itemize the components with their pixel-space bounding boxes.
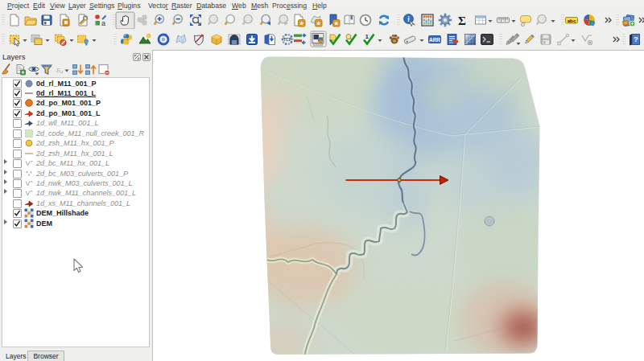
- svg-text:1: 1: [365, 33, 369, 40]
- svg-text:TCP: TCP: [283, 37, 292, 42]
- svg-text:abc: abc: [568, 18, 576, 23]
- svg-text:ARR: ARR: [429, 37, 440, 43]
- svg-text:i: i: [407, 15, 410, 23]
- svg-text:?: ?: [634, 35, 638, 43]
- svg-text:a: a: [101, 19, 105, 27]
- svg-text:Σ: Σ: [458, 14, 466, 27]
